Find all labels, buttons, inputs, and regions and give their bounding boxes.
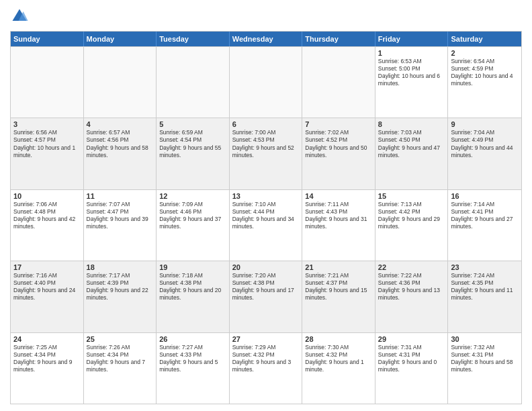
calendar-cell: 9Sunrise: 7:04 AMSunset: 4:49 PMDaylight… [448,118,521,189]
day-number: 6 [232,120,300,128]
day-info: Sunrise: 7:06 AMSunset: 4:48 PMDaylight:… [13,201,81,230]
day-info: Sunrise: 7:25 AMSunset: 4:34 PMDaylight:… [13,344,81,373]
calendar-cell: 17Sunrise: 7:16 AMSunset: 4:40 PMDayligh… [11,261,84,332]
day-number: 10 [13,192,81,200]
calendar-header-thursday: Thursday [302,32,375,46]
day-info: Sunrise: 6:53 AMSunset: 5:00 PMDaylight:… [378,58,445,87]
calendar-header-saturday: Saturday [448,32,521,46]
day-info: Sunrise: 7:16 AMSunset: 4:40 PMDaylight:… [13,272,81,302]
day-number: 8 [378,120,445,128]
calendar-cell: 6Sunrise: 7:00 AMSunset: 4:53 PMDaylight… [230,118,303,189]
day-number: 5 [159,120,226,128]
day-info: Sunrise: 7:32 AMSunset: 4:31 PMDaylight:… [451,344,519,373]
calendar-cell: 30Sunrise: 7:32 AMSunset: 4:31 PMDayligh… [448,333,521,404]
calendar-cell: 29Sunrise: 7:31 AMSunset: 4:31 PMDayligh… [375,333,449,404]
day-number: 3 [13,120,81,128]
logo-icon [10,7,29,26]
day-number: 20 [232,263,300,271]
day-number: 12 [159,192,226,200]
calendar-week-1: 3Sunrise: 6:56 AMSunset: 4:57 PMDaylight… [11,118,521,189]
day-number: 28 [305,335,372,343]
day-info: Sunrise: 7:00 AMSunset: 4:53 PMDaylight:… [232,129,300,158]
calendar-cell: 23Sunrise: 7:24 AMSunset: 4:35 PMDayligh… [448,261,521,332]
calendar-week-0: 1Sunrise: 6:53 AMSunset: 5:00 PMDaylight… [11,46,521,118]
calendar-cell [84,47,157,118]
day-number: 26 [159,335,226,343]
calendar-cell: 28Sunrise: 7:30 AMSunset: 4:32 PMDayligh… [302,333,375,404]
day-info: Sunrise: 7:07 AMSunset: 4:47 PMDaylight:… [87,201,154,230]
day-info: Sunrise: 7:17 AMSunset: 4:39 PMDaylight:… [87,272,154,302]
day-info: Sunrise: 7:29 AMSunset: 4:32 PMDaylight:… [232,344,300,373]
calendar-cell: 14Sunrise: 7:11 AMSunset: 4:43 PMDayligh… [302,190,375,261]
calendar-header-wednesday: Wednesday [230,32,303,46]
day-info: Sunrise: 6:54 AMSunset: 4:59 PMDaylight:… [451,58,519,87]
day-number: 4 [87,120,154,128]
calendar-cell: 15Sunrise: 7:13 AMSunset: 4:42 PMDayligh… [375,190,449,261]
day-info: Sunrise: 7:13 AMSunset: 4:42 PMDaylight:… [378,201,445,230]
day-info: Sunrise: 7:26 AMSunset: 4:34 PMDaylight:… [87,344,154,373]
calendar-cell: 22Sunrise: 7:22 AMSunset: 4:36 PMDayligh… [375,261,449,332]
day-info: Sunrise: 7:30 AMSunset: 4:32 PMDaylight:… [305,344,372,373]
calendar-week-4: 24Sunrise: 7:25 AMSunset: 4:34 PMDayligh… [11,332,521,404]
calendar-cell: 3Sunrise: 6:56 AMSunset: 4:57 PMDaylight… [11,118,84,189]
day-info: Sunrise: 7:21 AMSunset: 4:37 PMDaylight:… [305,272,372,302]
calendar-header-sunday: Sunday [11,32,84,46]
day-info: Sunrise: 7:04 AMSunset: 4:49 PMDaylight:… [451,129,519,158]
calendar-cell: 10Sunrise: 7:06 AMSunset: 4:48 PMDayligh… [11,190,84,261]
calendar-cell [157,47,230,118]
day-info: Sunrise: 7:31 AMSunset: 4:31 PMDaylight:… [378,344,445,373]
day-number: 16 [451,192,519,200]
day-info: Sunrise: 7:14 AMSunset: 4:41 PMDaylight:… [451,201,519,230]
calendar-cell: 8Sunrise: 7:03 AMSunset: 4:50 PMDaylight… [375,118,449,189]
day-number: 29 [378,335,445,343]
day-info: Sunrise: 6:59 AMSunset: 4:54 PMDaylight:… [159,129,226,158]
day-info: Sunrise: 7:03 AMSunset: 4:50 PMDaylight:… [378,129,445,158]
day-number: 15 [378,192,445,200]
calendar-cell: 11Sunrise: 7:07 AMSunset: 4:47 PMDayligh… [84,190,157,261]
calendar-cell: 7Sunrise: 7:02 AMSunset: 4:52 PMDaylight… [302,118,375,189]
day-number: 21 [305,263,372,271]
day-number: 9 [451,120,519,128]
day-info: Sunrise: 7:27 AMSunset: 4:33 PMDaylight:… [159,344,226,373]
day-number: 18 [87,263,154,271]
calendar-cell: 26Sunrise: 7:27 AMSunset: 4:33 PMDayligh… [157,333,230,404]
calendar-body: 1Sunrise: 6:53 AMSunset: 5:00 PMDaylight… [11,46,521,404]
day-number: 30 [451,335,519,343]
calendar-cell: 12Sunrise: 7:09 AMSunset: 4:46 PMDayligh… [157,190,230,261]
calendar-week-2: 10Sunrise: 7:06 AMSunset: 4:48 PMDayligh… [11,189,521,261]
calendar-cell: 16Sunrise: 7:14 AMSunset: 4:41 PMDayligh… [448,190,521,261]
day-info: Sunrise: 6:56 AMSunset: 4:57 PMDaylight:… [13,129,81,158]
calendar-cell: 21Sunrise: 7:21 AMSunset: 4:37 PMDayligh… [302,261,375,332]
calendar-header-friday: Friday [375,32,449,46]
calendar-header-row: SundayMondayTuesdayWednesdayThursdayFrid… [11,32,521,46]
day-info: Sunrise: 7:24 AMSunset: 4:35 PMDaylight:… [451,272,519,302]
day-number: 22 [378,263,445,271]
day-info: Sunrise: 7:10 AMSunset: 4:44 PMDaylight:… [232,201,300,230]
day-number: 2 [451,49,519,57]
calendar-header-monday: Monday [84,32,157,46]
day-number: 14 [305,192,372,200]
calendar-cell [302,47,375,118]
day-info: Sunrise: 7:11 AMSunset: 4:43 PMDaylight:… [305,201,372,230]
day-info: Sunrise: 7:18 AMSunset: 4:38 PMDaylight:… [159,272,226,302]
day-number: 1 [378,49,445,57]
calendar-cell: 4Sunrise: 6:57 AMSunset: 4:56 PMDaylight… [84,118,157,189]
calendar-cell: 18Sunrise: 7:17 AMSunset: 4:39 PMDayligh… [84,261,157,332]
calendar: SundayMondayTuesdayWednesdayThursdayFrid… [10,31,522,404]
calendar-cell [11,47,84,118]
calendar-cell: 1Sunrise: 6:53 AMSunset: 5:00 PMDaylight… [375,47,449,118]
day-info: Sunrise: 7:02 AMSunset: 4:52 PMDaylight:… [305,129,372,158]
calendar-cell: 5Sunrise: 6:59 AMSunset: 4:54 PMDaylight… [157,118,230,189]
page: SundayMondayTuesdayWednesdayThursdayFrid… [0,0,532,411]
calendar-cell: 2Sunrise: 6:54 AMSunset: 4:59 PMDaylight… [448,47,521,118]
day-number: 27 [232,335,300,343]
day-number: 7 [305,120,372,128]
day-number: 11 [87,192,154,200]
day-info: Sunrise: 6:57 AMSunset: 4:56 PMDaylight:… [87,129,154,158]
calendar-cell [230,47,303,118]
calendar-cell: 25Sunrise: 7:26 AMSunset: 4:34 PMDayligh… [84,333,157,404]
day-number: 24 [13,335,81,343]
day-info: Sunrise: 7:09 AMSunset: 4:46 PMDaylight:… [159,201,226,230]
calendar-week-3: 17Sunrise: 7:16 AMSunset: 4:40 PMDayligh… [11,261,521,332]
day-number: 17 [13,263,81,271]
